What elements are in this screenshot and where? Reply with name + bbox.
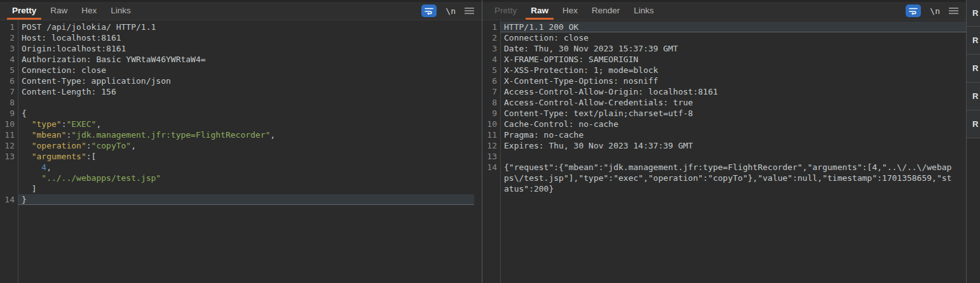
code-text[interactable]: { — [18, 108, 474, 119]
code-line: 4Authorization: Basic YWRtaW46YWRtaW4= — [0, 54, 474, 65]
inspector-collapsed-section[interactable]: R — [967, 82, 980, 110]
request-panel: PrettyRawHexLinks \n — [0, 0, 482, 283]
inspector-collapsed-section[interactable]: R — [967, 55, 980, 82]
gutter-divider — [500, 20, 501, 283]
inspector-collapsed-section[interactable]: R — [967, 110, 980, 138]
request-editor[interactable]: 1POST /api/jolokia/ HTTP/1.12Host: local… — [0, 20, 482, 283]
line-number: 9 — [482, 108, 500, 119]
code-line: 7Content-Length: 156 — [0, 86, 474, 97]
code-text[interactable]: } — [18, 194, 474, 205]
code-line: 11Pragma: no-cache — [482, 129, 966, 140]
code-line: 9{ — [0, 108, 474, 119]
line-number: 12 — [482, 140, 500, 151]
code-line: 11 "mbean":"jdk.management.jfr:type=Flig… — [0, 129, 474, 140]
line-number: 1 — [0, 22, 18, 32]
code-text[interactable]: POST /api/jolokia/ HTTP/1.1 — [18, 22, 474, 32]
line-number: 12 — [0, 140, 18, 151]
tab-raw[interactable]: Raw — [49, 2, 69, 20]
code-line: 14} — [0, 194, 474, 205]
code-text[interactable]: {"request":{"mbean":"jdk.management.jfr:… — [500, 162, 951, 194]
code-text[interactable]: "../../webapps/test.jsp" — [18, 173, 474, 183]
hamburger-menu-icon — [465, 7, 474, 15]
word-wrap-toggle-button[interactable] — [906, 4, 921, 17]
tab-links[interactable]: Links — [632, 2, 655, 20]
code-line: 10Cache-Control: no-cache — [482, 119, 966, 129]
tab-pretty[interactable]: Pretty — [493, 2, 518, 20]
line-number: 10 — [482, 119, 500, 129]
code-text[interactable]: HTTP/1.1 200 OK — [500, 22, 966, 32]
code-text[interactable]: Origin:localhost:8161 — [18, 43, 474, 54]
code-line: 3Date: Thu, 30 Nov 2023 15:37:39 GMT — [482, 43, 966, 54]
code-text[interactable] — [500, 151, 966, 162]
code-text[interactable]: Pragma: no-cache — [500, 129, 966, 140]
code-line: ] — [0, 183, 474, 194]
code-line: 12 "operation":"copyTo", — [0, 140, 474, 151]
code-text[interactable]: "operation":"copyTo", — [18, 140, 474, 151]
line-number: 9 — [0, 108, 18, 119]
code-text[interactable]: "type":"EXEC", — [18, 119, 474, 129]
code-line: 1HTTP/1.1 200 OK — [482, 22, 966, 32]
code-text[interactable]: Access-Control-Allow-Credentials: true — [500, 97, 966, 108]
line-number: 11 — [0, 129, 18, 140]
tab-pretty[interactable]: Pretty — [11, 2, 37, 20]
word-wrap-icon — [908, 6, 918, 15]
code-text[interactable]: ] — [18, 183, 474, 194]
code-line: 13 — [482, 151, 966, 162]
line-number: 10 — [0, 119, 18, 129]
newline-toggle-button[interactable]: \n — [930, 6, 940, 16]
code-text[interactable]: 4, — [18, 162, 474, 173]
code-text[interactable] — [18, 97, 474, 108]
code-line: 13 "arguments":[ — [0, 151, 474, 162]
code-line: 1POST /api/jolokia/ HTTP/1.1 — [0, 22, 474, 32]
inspector-collapsed-section[interactable]: R — [967, 0, 980, 27]
code-line: 2Connection: close — [482, 32, 966, 43]
code-line: 12Expires: Thu, 30 Nov 2023 14:37:39 GMT — [482, 140, 966, 151]
code-text[interactable]: Cache-Control: no-cache — [500, 119, 966, 129]
line-number: 13 — [0, 151, 18, 162]
code-text[interactable]: "arguments":[ — [18, 151, 474, 162]
code-line: 8Access-Control-Allow-Credentials: true — [482, 97, 966, 108]
editor-menu-button[interactable] — [949, 7, 958, 15]
newline-toggle-button[interactable]: \n — [446, 6, 456, 16]
line-number: 3 — [0, 43, 18, 54]
tab-raw[interactable]: Raw — [529, 2, 550, 20]
code-text[interactable]: Connection: close — [18, 65, 474, 76]
request-tabs: PrettyRawHexLinks — [5, 2, 138, 20]
code-text[interactable]: Access-Control-Allow-Origin: localhost:8… — [500, 86, 966, 97]
code-text[interactable]: X-XSS-Protection: 1; mode=block — [500, 65, 966, 76]
line-number: 13 — [482, 151, 500, 162]
code-text[interactable]: X-Content-Type-Options: nosniff — [500, 76, 966, 86]
code-line: "../../webapps/test.jsp" — [0, 173, 474, 183]
tab-hex[interactable]: Hex — [561, 2, 579, 20]
code-text[interactable]: X-FRAME-OPTIONS: SAMEORIGIN — [500, 54, 966, 65]
line-number: 5 — [0, 65, 18, 76]
code-line: 3Origin:localhost:8161 — [0, 43, 474, 54]
tab-render[interactable]: Render — [590, 2, 621, 20]
inspector-collapsed-strip: RRRRR — [967, 0, 980, 283]
code-text[interactable]: Connection: close — [500, 32, 966, 43]
code-text[interactable]: Date: Thu, 30 Nov 2023 15:37:39 GMT — [500, 43, 966, 54]
code-text[interactable]: Host: localhost:8161 — [18, 32, 474, 43]
word-wrap-icon — [424, 6, 434, 15]
line-number: 4 — [482, 54, 500, 65]
gutter-divider — [18, 20, 18, 283]
code-text[interactable]: Expires: Thu, 30 Nov 2023 14:37:39 GMT — [500, 140, 966, 151]
editor-menu-button[interactable] — [465, 7, 474, 15]
code-line: 7Access-Control-Allow-Origin: localhost:… — [482, 86, 966, 97]
code-text[interactable]: Authorization: Basic YWRtaW46YWRtaW4= — [18, 54, 474, 65]
response-editor[interactable]: 1HTTP/1.1 200 OK2Connection: close3Date:… — [482, 20, 966, 283]
code-text[interactable]: Content-Type: text/plain;charset=utf-8 — [500, 108, 966, 119]
word-wrap-toggle-button[interactable] — [421, 4, 437, 17]
line-number — [0, 183, 18, 194]
inspector-collapsed-section[interactable]: R — [967, 27, 980, 55]
code-text[interactable]: Content-Length: 156 — [18, 86, 474, 97]
request-toolbar: \n — [421, 4, 482, 17]
line-number: 6 — [482, 76, 500, 86]
code-line: 2Host: localhost:8161 — [0, 32, 474, 43]
tab-hex[interactable]: Hex — [80, 2, 98, 20]
code-text[interactable]: "mbean":"jdk.management.jfr:type=FlightR… — [18, 129, 474, 140]
line-number: 8 — [0, 97, 18, 108]
tab-links[interactable]: Links — [109, 2, 132, 20]
request-tabbar: PrettyRawHexLinks \n — [0, 0, 482, 20]
code-text[interactable]: Content-Type: application/json — [18, 76, 474, 86]
